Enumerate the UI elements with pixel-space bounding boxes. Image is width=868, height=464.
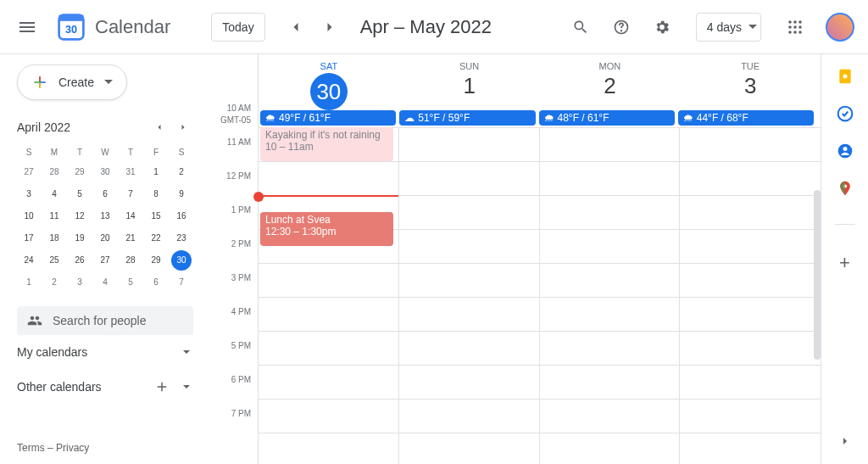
mini-day[interactable]: 28 bbox=[120, 250, 141, 271]
mini-day[interactable]: 1 bbox=[19, 272, 39, 293]
mini-day[interactable]: 12 bbox=[70, 206, 90, 226]
mini-prev-button[interactable] bbox=[149, 117, 170, 137]
add-calendar-icon[interactable] bbox=[154, 379, 170, 394]
mini-day[interactable]: 14 bbox=[120, 206, 141, 226]
mini-day[interactable]: 4 bbox=[95, 272, 115, 293]
chevron-left-icon bbox=[154, 122, 164, 132]
main-menu-button[interactable] bbox=[7, 7, 47, 48]
day-column[interactable]: Kayaking if it's not raining10 – 11amLun… bbox=[259, 127, 399, 464]
create-button[interactable]: Create bbox=[17, 64, 127, 100]
hour-label: 5 PM bbox=[210, 341, 258, 375]
mini-day[interactable]: 3 bbox=[19, 184, 39, 204]
svg-point-12 bbox=[793, 31, 797, 34]
mini-day[interactable]: 25 bbox=[44, 250, 64, 271]
settings-button[interactable] bbox=[645, 10, 679, 44]
day-header[interactable]: SAT30 bbox=[259, 54, 399, 110]
plus-multicolor-icon bbox=[31, 74, 48, 91]
mini-day[interactable]: 11 bbox=[44, 206, 64, 226]
mini-day[interactable]: 2 bbox=[44, 272, 64, 293]
weather-chip[interactable]: ☁51°F / 59°F bbox=[399, 110, 535, 126]
view-switcher[interactable]: 4 days bbox=[696, 13, 761, 42]
mini-next-button[interactable] bbox=[173, 117, 193, 137]
next-period-button[interactable] bbox=[316, 14, 343, 41]
mini-day[interactable]: 28 bbox=[44, 162, 64, 182]
mini-day[interactable]: 29 bbox=[146, 250, 166, 271]
weather-icon: 🌧 bbox=[683, 112, 693, 124]
mini-day[interactable]: 16 bbox=[171, 206, 192, 226]
hour-label: 12 PM bbox=[210, 171, 258, 205]
calendar-event[interactable]: Lunch at Svea12:30 – 1:30pm bbox=[260, 212, 393, 246]
mini-day[interactable]: 29 bbox=[70, 162, 90, 182]
svg-point-6 bbox=[793, 20, 797, 24]
mini-day[interactable]: 6 bbox=[95, 184, 115, 204]
mini-day[interactable]: 27 bbox=[19, 162, 39, 182]
mini-day[interactable]: 27 bbox=[95, 250, 115, 271]
mini-day[interactable]: 23 bbox=[171, 228, 192, 249]
day-header[interactable]: MON2 bbox=[540, 54, 681, 110]
keep-icon[interactable] bbox=[837, 68, 854, 85]
mini-day[interactable]: 15 bbox=[146, 206, 166, 226]
contacts-icon[interactable] bbox=[837, 143, 854, 159]
mini-day[interactable]: 9 bbox=[171, 184, 192, 204]
day-number: 3 bbox=[680, 73, 821, 99]
mini-calendar[interactable]: SMTWTFS272829303112345678910111213141516… bbox=[17, 144, 193, 293]
maps-icon[interactable] bbox=[837, 180, 854, 197]
mini-day[interactable]: 17 bbox=[19, 228, 39, 249]
today-button[interactable]: Today bbox=[211, 13, 264, 42]
mini-day[interactable]: 20 bbox=[95, 228, 115, 249]
day-header[interactable]: SUN1 bbox=[399, 54, 540, 110]
mini-dow: M bbox=[42, 144, 66, 160]
weather-chip[interactable]: 🌧49°F / 61°F bbox=[260, 110, 396, 126]
add-addon-button[interactable]: + bbox=[839, 252, 850, 274]
help-button[interactable] bbox=[604, 10, 638, 44]
mini-day[interactable]: 18 bbox=[44, 228, 64, 249]
my-calendars-toggle[interactable]: My calendars bbox=[17, 335, 193, 369]
account-avatar[interactable] bbox=[826, 13, 854, 42]
scrollbar[interactable] bbox=[814, 190, 821, 360]
mini-day[interactable]: 31 bbox=[120, 162, 141, 182]
view-label: 4 days bbox=[707, 20, 742, 34]
mini-day[interactable]: 30 bbox=[171, 250, 192, 271]
terms-link[interactable]: Terms bbox=[17, 442, 45, 454]
mini-day[interactable]: 2 bbox=[171, 162, 192, 182]
mini-calendar-title: April 2022 bbox=[17, 120, 70, 134]
mini-day[interactable]: 21 bbox=[120, 228, 141, 249]
event-title: Lunch at Svea bbox=[265, 214, 388, 226]
search-button[interactable] bbox=[564, 10, 598, 44]
mini-day[interactable]: 5 bbox=[70, 184, 90, 204]
mini-day[interactable]: 26 bbox=[70, 250, 90, 271]
mini-day[interactable]: 1 bbox=[146, 162, 166, 182]
weather-chip[interactable]: 🌧44°F / 68°F bbox=[678, 110, 814, 126]
mini-day[interactable]: 7 bbox=[171, 272, 192, 293]
calendar-event[interactable]: Kayaking if it's not raining10 – 11am bbox=[260, 127, 393, 161]
weather-text: 49°F / 61°F bbox=[279, 112, 331, 124]
other-calendars-toggle[interactable]: Other calendars bbox=[17, 369, 193, 405]
search-people-input[interactable]: Search for people bbox=[17, 306, 193, 335]
mini-day[interactable]: 7 bbox=[120, 184, 141, 204]
day-header[interactable]: TUE3 bbox=[680, 54, 821, 110]
mini-day[interactable]: 30 bbox=[95, 162, 115, 182]
day-column[interactable] bbox=[399, 127, 540, 464]
mini-day[interactable]: 4 bbox=[44, 184, 64, 204]
google-apps-button[interactable] bbox=[778, 10, 812, 44]
prev-period-button[interactable] bbox=[282, 14, 309, 41]
day-column[interactable] bbox=[680, 127, 821, 464]
tasks-icon[interactable] bbox=[837, 105, 854, 122]
mini-day[interactable]: 24 bbox=[19, 250, 39, 271]
privacy-link[interactable]: Privacy bbox=[56, 442, 89, 454]
people-icon bbox=[27, 313, 42, 328]
mini-day[interactable]: 22 bbox=[146, 228, 166, 249]
mini-day[interactable]: 3 bbox=[70, 272, 90, 293]
weather-chip[interactable]: 🌧48°F / 61°F bbox=[539, 110, 675, 126]
mini-day[interactable]: 8 bbox=[146, 184, 166, 204]
mini-day[interactable]: 10 bbox=[19, 206, 39, 226]
chevron-left-icon bbox=[287, 19, 304, 36]
mini-day[interactable]: 5 bbox=[120, 272, 141, 293]
mini-dow: T bbox=[68, 144, 92, 160]
mini-day[interactable]: 6 bbox=[146, 272, 166, 293]
mini-day[interactable]: 19 bbox=[70, 228, 90, 249]
mini-day[interactable]: 13 bbox=[95, 206, 115, 226]
weather-icon: 🌧 bbox=[544, 112, 554, 124]
day-column[interactable] bbox=[540, 127, 681, 464]
hide-panel-button[interactable] bbox=[838, 434, 852, 450]
